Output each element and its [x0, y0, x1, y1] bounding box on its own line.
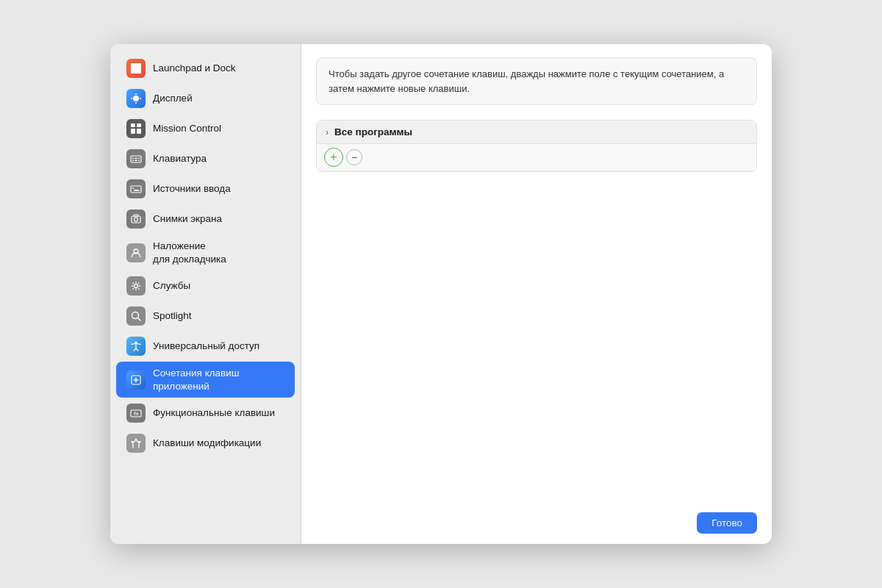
sidebar-item-services[interactable]: Службы [116, 271, 295, 301]
svg-rect-6 [137, 67, 141, 71]
display-icon [126, 89, 146, 108]
sidebar-item-spotlight[interactable]: Spotlight [116, 301, 295, 331]
table-actions-row: + − [317, 144, 756, 171]
sidebar: Launchpad и DockДисплейMission ControlКл… [110, 44, 301, 544]
svg-rect-16 [131, 129, 135, 134]
chevron-icon: › [326, 127, 329, 137]
sidebar-item-display[interactable]: Дисплей [116, 84, 295, 113]
sidebar-item-label-appshortcuts: Сочетания клавиш приложений [153, 367, 240, 392]
svg-point-9 [133, 96, 139, 101]
fnkeys-icon: fn [126, 404, 146, 423]
svg-point-30 [135, 218, 138, 221]
shortcuts-table: › Все программы + − [316, 120, 757, 172]
svg-rect-17 [137, 129, 141, 134]
svg-rect-5 [131, 67, 135, 71]
keyboard-icon [126, 149, 146, 168]
done-button[interactable]: Готово [697, 512, 757, 534]
accessibility-icon [126, 337, 146, 356]
svg-rect-2 [131, 70, 135, 74]
svg-rect-28 [134, 190, 138, 191]
svg-rect-26 [132, 188, 134, 190]
sidebar-item-label-screenshot: Снимки экрана [153, 212, 222, 226]
screenshot-icon [126, 209, 146, 229]
svg-point-33 [135, 284, 138, 288]
sidebar-item-label-fnkeys: Функциональные клавиши [153, 406, 275, 420]
sidebar-item-label-modifiers: Клавиши модификации [153, 437, 261, 450]
sidebar-item-accessibility[interactable]: Универсальный доступ [116, 331, 295, 361]
sidebar-item-screenshot[interactable]: Снимки экрана [116, 204, 295, 234]
svg-point-36 [135, 342, 137, 344]
svg-rect-18 [131, 156, 141, 162]
svg-rect-27 [138, 190, 140, 192]
input-icon [126, 179, 146, 198]
settings-window: Launchpad и DockДисплейMission ControlКл… [110, 44, 772, 544]
appshortcuts-icon [126, 370, 146, 390]
svg-rect-25 [131, 186, 141, 193]
sidebar-item-label-launchpad: Launchpad и Dock [153, 62, 236, 75]
sidebar-item-appshortcuts[interactable]: Сочетания клавиш приложений [116, 362, 295, 398]
svg-rect-7 [135, 70, 138, 74]
sidebar-item-modifiers[interactable]: Клавиши модификации [116, 429, 295, 458]
sidebar-item-label-mission: Mission Control [153, 122, 221, 135]
sidebar-item-label-input: Источники ввода [153, 182, 231, 196]
mission-icon [126, 119, 146, 138]
sidebar-item-mission[interactable]: Mission Control [116, 114, 295, 143]
sidebar-item-label-keyboard: Клавиатура [153, 152, 207, 165]
svg-rect-3 [137, 70, 141, 74]
svg-rect-20 [135, 158, 137, 159]
sidebar-item-label-spotlight: Spotlight [153, 309, 192, 323]
sidebar-item-label-services: Службы [153, 279, 190, 293]
sidebar-item-label-accessibility: Универсальный доступ [153, 340, 259, 353]
table-header-label: Все программы [334, 126, 412, 137]
svg-rect-14 [131, 123, 135, 127]
services-icon [126, 276, 146, 295]
svg-rect-8 [135, 67, 138, 71]
sidebar-item-input[interactable]: Источники ввода [116, 174, 295, 204]
svg-rect-1 [137, 63, 141, 67]
svg-rect-0 [131, 63, 135, 67]
svg-rect-4 [135, 63, 138, 67]
hint-text: Чтобы задать другое сочетание клавиш, дв… [329, 68, 724, 94]
remove-shortcut-button[interactable]: − [346, 149, 362, 165]
overlay-icon [126, 243, 146, 262]
svg-rect-22 [132, 160, 134, 162]
main-content: Чтобы задать другое сочетание клавиш, дв… [301, 44, 772, 544]
launchpad-icon [126, 59, 146, 78]
svg-rect-24 [138, 160, 140, 162]
table-header-row[interactable]: › Все программы [317, 121, 756, 144]
svg-rect-23 [135, 160, 137, 162]
svg-text:fn: fn [134, 411, 140, 416]
sidebar-item-label-display: Дисплей [153, 92, 193, 105]
sidebar-item-overlay[interactable]: Наложение для докладчика [116, 234, 295, 270]
add-shortcut-button[interactable]: + [324, 148, 343, 167]
sidebar-item-keyboard[interactable]: Клавиатура [116, 144, 295, 173]
sidebar-item-launchpad[interactable]: Launchpad и Dock [116, 54, 295, 83]
svg-rect-21 [138, 158, 140, 159]
footer: Готово [301, 502, 772, 544]
modifiers-icon [126, 434, 146, 453]
svg-rect-19 [132, 158, 134, 159]
svg-rect-15 [137, 123, 141, 127]
spotlight-icon [126, 306, 146, 326]
hint-box: Чтобы задать другое сочетание клавиш, дв… [316, 57, 757, 105]
sidebar-item-fnkeys[interactable]: fnФункциональные клавиши [116, 398, 295, 428]
svg-line-35 [138, 318, 141, 321]
sidebar-item-label-overlay: Наложение для докладчика [153, 240, 226, 265]
